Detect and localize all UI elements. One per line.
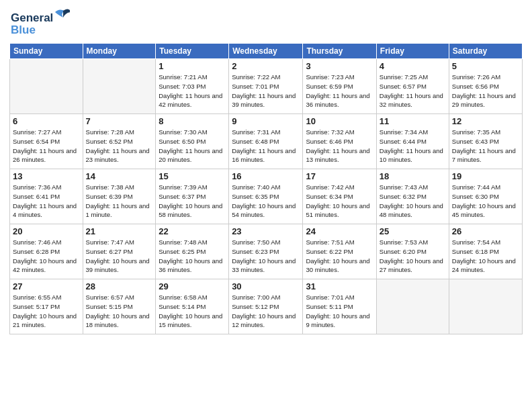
calendar-header-row: SundayMondayTuesdayWednesdayThursdayFrid…: [10, 44, 523, 59]
calendar-cell: 28Sunrise: 6:57 AM Sunset: 5:15 PM Dayli…: [83, 279, 156, 334]
calendar-week-4: 20Sunrise: 7:46 AM Sunset: 6:28 PM Dayli…: [10, 224, 523, 279]
day-info: Sunrise: 7:30 AM Sunset: 6:50 PM Dayligh…: [159, 128, 226, 165]
day-info: Sunrise: 7:28 AM Sunset: 6:52 PM Dayligh…: [86, 128, 153, 165]
header: General Blue: [9, 7, 523, 39]
calendar-cell: 4Sunrise: 7:25 AM Sunset: 6:57 PM Daylig…: [376, 59, 449, 114]
calendar-header-thursday: Thursday: [303, 44, 376, 59]
svg-text:Blue: Blue: [11, 24, 36, 36]
day-number: 24: [306, 226, 373, 236]
calendar-cell: 21Sunrise: 7:47 AM Sunset: 6:27 PM Dayli…: [83, 224, 156, 279]
calendar-cell: 7Sunrise: 7:28 AM Sunset: 6:52 PM Daylig…: [83, 114, 156, 169]
day-number: 1: [159, 61, 226, 71]
day-info: Sunrise: 7:21 AM Sunset: 7:03 PM Dayligh…: [159, 73, 226, 109]
svg-text:General: General: [11, 11, 53, 24]
calendar-cell: [83, 59, 156, 114]
calendar-cell: 31Sunrise: 7:01 AM Sunset: 5:11 PM Dayli…: [303, 279, 376, 334]
day-info: Sunrise: 7:47 AM Sunset: 6:27 PM Dayligh…: [86, 238, 153, 275]
calendar-cell: 25Sunrise: 7:53 AM Sunset: 6:20 PM Dayli…: [376, 224, 449, 279]
day-number: 3: [306, 61, 373, 71]
day-info: Sunrise: 7:51 AM Sunset: 6:22 PM Dayligh…: [306, 238, 373, 275]
day-number: 12: [452, 116, 519, 126]
day-info: Sunrise: 7:53 AM Sunset: 6:20 PM Dayligh…: [380, 238, 446, 275]
calendar-cell: 5Sunrise: 7:26 AM Sunset: 6:56 PM Daylig…: [449, 59, 522, 114]
day-number: 26: [452, 226, 519, 236]
calendar-cell: 24Sunrise: 7:51 AM Sunset: 6:22 PM Dayli…: [303, 224, 376, 279]
day-info: Sunrise: 7:48 AM Sunset: 6:25 PM Dayligh…: [159, 238, 226, 275]
calendar-header-sunday: Sunday: [10, 44, 83, 59]
calendar-week-3: 13Sunrise: 7:36 AM Sunset: 6:41 PM Dayli…: [10, 169, 523, 224]
calendar-cell: [10, 59, 83, 114]
day-info: Sunrise: 7:25 AM Sunset: 6:57 PM Dayligh…: [380, 73, 446, 109]
day-number: 18: [380, 171, 446, 181]
calendar-header-friday: Friday: [376, 44, 449, 59]
day-info: Sunrise: 7:00 AM Sunset: 5:12 PM Dayligh…: [232, 293, 300, 330]
day-number: 5: [452, 61, 519, 71]
day-info: Sunrise: 6:58 AM Sunset: 5:14 PM Dayligh…: [159, 293, 226, 330]
calendar-week-5: 27Sunrise: 6:55 AM Sunset: 5:17 PM Dayli…: [10, 279, 523, 334]
calendar-cell: 18Sunrise: 7:43 AM Sunset: 6:32 PM Dayli…: [376, 169, 449, 224]
day-number: 19: [452, 171, 519, 181]
calendar-cell: 27Sunrise: 6:55 AM Sunset: 5:17 PM Dayli…: [10, 279, 83, 334]
calendar-header-saturday: Saturday: [449, 44, 522, 59]
day-number: 14: [86, 171, 153, 181]
day-info: Sunrise: 7:44 AM Sunset: 6:30 PM Dayligh…: [452, 183, 519, 220]
day-number: 20: [13, 226, 80, 236]
calendar-week-1: 1Sunrise: 7:21 AM Sunset: 7:03 PM Daylig…: [10, 59, 523, 114]
calendar-cell: [376, 279, 449, 334]
day-info: Sunrise: 7:35 AM Sunset: 6:43 PM Dayligh…: [452, 128, 519, 165]
calendar-cell: 9Sunrise: 7:31 AM Sunset: 6:48 PM Daylig…: [229, 114, 303, 169]
day-number: 4: [380, 61, 446, 71]
day-info: Sunrise: 7:23 AM Sunset: 6:59 PM Dayligh…: [306, 73, 373, 109]
day-number: 31: [306, 281, 373, 291]
day-info: Sunrise: 7:43 AM Sunset: 6:32 PM Dayligh…: [380, 183, 446, 220]
day-number: 23: [232, 226, 300, 236]
calendar-cell: 10Sunrise: 7:32 AM Sunset: 6:46 PM Dayli…: [303, 114, 376, 169]
day-number: 8: [159, 116, 226, 126]
day-info: Sunrise: 6:55 AM Sunset: 5:17 PM Dayligh…: [13, 293, 80, 330]
day-info: Sunrise: 7:26 AM Sunset: 6:56 PM Dayligh…: [452, 73, 519, 109]
day-number: 7: [86, 116, 153, 126]
day-number: 29: [159, 281, 226, 291]
day-number: 15: [159, 171, 226, 181]
page: General Blue SundayMondayTuesdayWednesda…: [0, 0, 532, 341]
day-number: 13: [13, 171, 80, 181]
logo: General Blue: [9, 7, 70, 39]
day-info: Sunrise: 7:22 AM Sunset: 7:01 PM Dayligh…: [232, 73, 300, 109]
day-info: Sunrise: 7:42 AM Sunset: 6:34 PM Dayligh…: [306, 183, 373, 220]
day-info: Sunrise: 7:01 AM Sunset: 5:11 PM Dayligh…: [306, 293, 373, 330]
calendar-cell: 23Sunrise: 7:50 AM Sunset: 6:23 PM Dayli…: [229, 224, 303, 279]
calendar-cell: 16Sunrise: 7:40 AM Sunset: 6:35 PM Dayli…: [229, 169, 303, 224]
calendar-cell: 13Sunrise: 7:36 AM Sunset: 6:41 PM Dayli…: [10, 169, 83, 224]
calendar-cell: 19Sunrise: 7:44 AM Sunset: 6:30 PM Dayli…: [449, 169, 522, 224]
calendar-cell: 26Sunrise: 7:54 AM Sunset: 6:18 PM Dayli…: [449, 224, 522, 279]
calendar-cell: 14Sunrise: 7:38 AM Sunset: 6:39 PM Dayli…: [83, 169, 156, 224]
calendar-cell: 20Sunrise: 7:46 AM Sunset: 6:28 PM Dayli…: [10, 224, 83, 279]
day-number: 28: [86, 281, 153, 291]
day-info: Sunrise: 7:36 AM Sunset: 6:41 PM Dayligh…: [13, 183, 80, 220]
calendar-cell: 15Sunrise: 7:39 AM Sunset: 6:37 PM Dayli…: [156, 169, 229, 224]
day-number: 17: [306, 171, 373, 181]
day-number: 22: [159, 226, 226, 236]
calendar-cell: 12Sunrise: 7:35 AM Sunset: 6:43 PM Dayli…: [449, 114, 522, 169]
calendar-cell: 30Sunrise: 7:00 AM Sunset: 5:12 PM Dayli…: [229, 279, 303, 334]
calendar-header-tuesday: Tuesday: [156, 44, 229, 59]
day-info: Sunrise: 7:40 AM Sunset: 6:35 PM Dayligh…: [232, 183, 300, 220]
day-info: Sunrise: 6:57 AM Sunset: 5:15 PM Dayligh…: [86, 293, 153, 330]
day-info: Sunrise: 7:54 AM Sunset: 6:18 PM Dayligh…: [452, 238, 519, 275]
day-info: Sunrise: 7:38 AM Sunset: 6:39 PM Dayligh…: [86, 183, 153, 220]
calendar-cell: 29Sunrise: 6:58 AM Sunset: 5:14 PM Dayli…: [156, 279, 229, 334]
calendar-cell: 17Sunrise: 7:42 AM Sunset: 6:34 PM Dayli…: [303, 169, 376, 224]
day-number: 6: [13, 116, 80, 126]
calendar-cell: 22Sunrise: 7:48 AM Sunset: 6:25 PM Dayli…: [156, 224, 229, 279]
day-number: 2: [232, 61, 300, 71]
calendar-cell: 8Sunrise: 7:30 AM Sunset: 6:50 PM Daylig…: [156, 114, 229, 169]
calendar-cell: 1Sunrise: 7:21 AM Sunset: 7:03 PM Daylig…: [156, 59, 229, 114]
day-info: Sunrise: 7:32 AM Sunset: 6:46 PM Dayligh…: [306, 128, 373, 165]
day-number: 10: [306, 116, 373, 126]
calendar-cell: 2Sunrise: 7:22 AM Sunset: 7:01 PM Daylig…: [229, 59, 303, 114]
day-info: Sunrise: 7:50 AM Sunset: 6:23 PM Dayligh…: [232, 238, 300, 275]
day-number: 16: [232, 171, 300, 181]
day-info: Sunrise: 7:34 AM Sunset: 6:44 PM Dayligh…: [380, 128, 446, 165]
day-number: 30: [232, 281, 300, 291]
calendar-cell: 11Sunrise: 7:34 AM Sunset: 6:44 PM Dayli…: [376, 114, 449, 169]
